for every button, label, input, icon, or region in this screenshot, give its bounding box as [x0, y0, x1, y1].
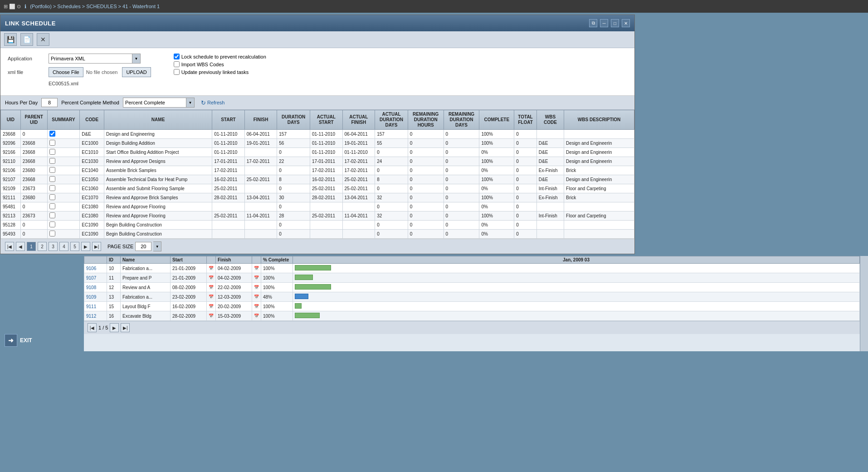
- bg-row-finish-cal[interactable]: 📅: [252, 292, 261, 302]
- page-5-btn[interactable]: 5: [70, 242, 79, 251]
- table-cell: [564, 230, 634, 239]
- table-cell: 0: [514, 148, 537, 157]
- page-4-btn[interactable]: 4: [59, 242, 68, 251]
- bg-row-start-cal[interactable]: 📅: [207, 292, 216, 302]
- table-cell: 19-01-2011: [244, 139, 277, 148]
- table-cell: 0%: [479, 202, 514, 211]
- bg-sidebar: ➜ EXIT: [0, 256, 84, 351]
- bg-row-finish-cal[interactable]: 📅: [252, 302, 261, 311]
- bg-row-finish-cal[interactable]: 📅: [252, 311, 261, 321]
- table-cell: 23673: [20, 211, 47, 221]
- bg-row-link[interactable]: 9107: [84, 273, 107, 283]
- bg-row-complete: 100%: [261, 311, 293, 321]
- application-dropdown-arrow[interactable]: ▼: [132, 54, 141, 64]
- bg-row-finish: 22-02-2009: [216, 283, 252, 292]
- table-cell: 0: [514, 130, 537, 139]
- percent-method-select[interactable]: [123, 98, 186, 108]
- table-cell: 13-04-2011: [244, 193, 277, 202]
- bg-row-gantt: [293, 273, 860, 283]
- bg-row-link[interactable]: 9112: [84, 311, 107, 321]
- export-icon[interactable]: 📄: [20, 33, 33, 46]
- application-select[interactable]: [49, 54, 132, 64]
- table-cell: 0: [444, 130, 479, 139]
- schedule-table-container[interactable]: UID PARENTUID SUMMARY CODE NAME START FI…: [0, 110, 634, 239]
- table-cell: 17-01-2011: [310, 157, 342, 166]
- table-cell: 0: [375, 184, 408, 193]
- table-cell: EC1050: [80, 175, 104, 184]
- bg-row-start-cal[interactable]: 📅: [207, 264, 216, 273]
- bg-row-start-cal[interactable]: 📅: [207, 283, 216, 292]
- table-cell: 8: [277, 175, 310, 184]
- table-cell: [244, 230, 277, 239]
- first-page-btn[interactable]: |◀: [5, 242, 14, 251]
- table-cell: EC1010: [80, 148, 104, 157]
- bg-row-link[interactable]: 9106: [84, 264, 107, 273]
- bg-row-start-cal[interactable]: 📅: [207, 311, 216, 321]
- bg-row-start: 28-02-2009: [171, 311, 207, 321]
- minimize-btn[interactable]: ─: [600, 19, 608, 27]
- choose-file-button[interactable]: Choose File: [49, 67, 83, 77]
- page-size-label: PAGE SIZE: [107, 244, 133, 249]
- bg-row-finish-cal[interactable]: 📅: [252, 273, 261, 283]
- bg-row-id: 15: [107, 302, 121, 311]
- table-cell: 23668: [20, 139, 47, 148]
- bg-last-btn[interactable]: ▶|: [121, 323, 130, 332]
- page-1-btn[interactable]: 1: [27, 242, 36, 251]
- table-cell: [244, 221, 277, 230]
- col-duration-days: DURATIONDAYS: [277, 110, 310, 130]
- restore-btn[interactable]: ⧉: [589, 19, 597, 27]
- bg-page-current: 1 / 5: [98, 325, 108, 330]
- right-scrollbar[interactable]: [860, 256, 868, 351]
- page-3-btn[interactable]: 3: [49, 242, 58, 251]
- bg-row-link[interactable]: 9109: [84, 292, 107, 302]
- bg-col-link: [84, 256, 107, 264]
- table-cell: 0: [444, 202, 479, 211]
- maximize-btn[interactable]: □: [611, 19, 619, 27]
- bg-row-finish-cal[interactable]: 📅: [252, 264, 261, 273]
- file-name-row: EC00515.xml: [8, 81, 151, 86]
- table-row: 954930EC1090Begin Building Construction0…: [1, 230, 634, 239]
- table-cell: EC1000: [80, 139, 104, 148]
- browser-info-icon: ℹ: [24, 4, 26, 10]
- bg-row-start-cal[interactable]: 📅: [207, 273, 216, 283]
- col-code: CODE: [80, 110, 104, 130]
- col-parent-uid: PARENTUID: [20, 110, 47, 130]
- table-cell: [47, 211, 80, 221]
- window-controls: ⧉ ─ □ ✕: [589, 19, 630, 27]
- table-cell: [342, 221, 375, 230]
- bg-row-id: 12: [107, 283, 121, 292]
- page-size-arrow[interactable]: ▼: [153, 241, 161, 251]
- exit-button[interactable]: ➜ EXIT: [5, 334, 32, 347]
- page-size-input[interactable]: [135, 242, 151, 251]
- prev-page-btn[interactable]: ◀: [16, 242, 25, 251]
- table-cell: 0: [408, 202, 444, 211]
- save-icon[interactable]: 💾: [4, 33, 17, 46]
- percent-method-arrow[interactable]: ▼: [186, 98, 195, 108]
- next-page-btn[interactable]: ▶: [81, 242, 90, 251]
- upload-button[interactable]: UPLOAD: [122, 67, 151, 77]
- bg-row-finish-cal[interactable]: 📅: [252, 283, 261, 292]
- bg-next-btn[interactable]: ▶: [110, 323, 119, 332]
- table-cell: EC1080: [80, 202, 104, 211]
- refresh-button[interactable]: ↻ Refresh: [198, 98, 228, 107]
- hours-per-day-input[interactable]: [41, 98, 58, 107]
- table-cell: 17-02-2011: [244, 157, 277, 166]
- table-cell: EC1040: [80, 166, 104, 175]
- table-cell: Ex-Finish: [536, 193, 564, 202]
- bg-row-start-cal[interactable]: 📅: [207, 302, 216, 311]
- table-cell: 0: [514, 157, 537, 166]
- table-cell: [212, 230, 245, 239]
- table-cell: 01-11-2010: [212, 130, 245, 139]
- close-btn[interactable]: ✕: [622, 19, 630, 27]
- import-wbs-checkbox[interactable]: Import WBS Codes: [174, 61, 266, 67]
- lock-schedule-checkbox[interactable]: Lock schedule to prevent recalculation: [174, 54, 266, 59]
- bg-row-link[interactable]: 9111: [84, 302, 107, 311]
- page-2-btn[interactable]: 2: [38, 242, 47, 251]
- update-linked-checkbox[interactable]: Update previously linked tasks: [174, 69, 266, 75]
- last-page-btn[interactable]: ▶|: [92, 242, 101, 251]
- cancel-icon[interactable]: ✕: [37, 33, 49, 46]
- table-cell: 0: [444, 157, 479, 166]
- bg-first-btn[interactable]: |◀: [88, 323, 97, 332]
- table-cell: Assemble and Submit Flooring Sample: [104, 184, 212, 193]
- bg-row-link[interactable]: 9108: [84, 283, 107, 292]
